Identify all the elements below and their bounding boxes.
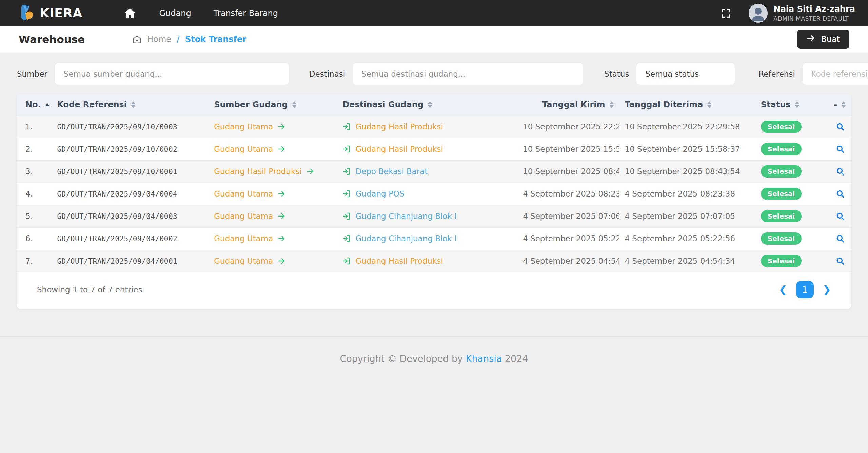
- sort-icon: [292, 101, 297, 108]
- reference-code: GD/OUT/TRAN/2025/09/04/0004: [57, 190, 177, 198]
- reference-code: GD/OUT/TRAN/2025/09/04/0001: [57, 257, 177, 265]
- pagination-page-1[interactable]: 1: [796, 281, 814, 298]
- filter-sumber-input[interactable]: [55, 63, 289, 85]
- status-badge: Selesai: [761, 165, 802, 178]
- row-number: 3.: [17, 160, 52, 183]
- fullscreen-icon[interactable]: [720, 7, 732, 19]
- receive-date: 4 September 2025 04:54:34: [619, 250, 755, 272]
- filter-destinasi-input[interactable]: [353, 63, 583, 85]
- source-warehouse-link[interactable]: Gudang Utama: [214, 189, 273, 198]
- copyright: Copyright © Developed by Khansia 2024: [0, 353, 868, 364]
- source-warehouse-link[interactable]: Gudang Hasil Produksi: [214, 167, 301, 176]
- table-row: 4. GD/OUT/TRAN/2025/09/04/0004 Gudang Ut…: [17, 183, 851, 205]
- destination-warehouse-link[interactable]: Gudang POS: [355, 189, 404, 198]
- source-warehouse-link[interactable]: Gudang Utama: [214, 145, 273, 153]
- transfer-arrow-icon: [278, 123, 286, 131]
- user-menu[interactable]: Naia Siti Az-zahra ADMIN MASTER DEFAULT: [749, 4, 855, 23]
- table-header-row: No. Kode Referensi Sumber Gudang Destina…: [17, 94, 851, 116]
- view-detail-button[interactable]: [834, 210, 846, 222]
- copyright-text: Copyright © Developed by: [340, 353, 466, 364]
- column-header-no[interactable]: No.: [17, 94, 52, 116]
- filter-destinasi-label: Destinasi: [309, 69, 345, 78]
- sort-icon: [131, 101, 136, 108]
- column-header-status[interactable]: Status: [755, 94, 821, 116]
- view-detail-button[interactable]: [834, 233, 846, 244]
- destination-warehouse-link[interactable]: Gudang Hasil Produksi: [355, 145, 443, 153]
- entries-info: Showing 1 to 7 of 7 entries: [37, 285, 142, 294]
- column-header-tanggal-diterima[interactable]: Tanggal Diterima: [619, 94, 755, 116]
- view-detail-button[interactable]: [834, 121, 846, 132]
- status-badge: Selesai: [761, 188, 802, 200]
- column-header-tanggal-kirim[interactable]: Tanggal Kirim: [517, 94, 619, 116]
- filter-referensi-label: Referensi: [758, 69, 795, 78]
- destination-warehouse-link[interactable]: Depo Bekasi Barat: [355, 167, 428, 176]
- status-badge: Selesai: [761, 232, 802, 245]
- destination-warehouse-link[interactable]: Gudang Hasil Produksi: [355, 122, 443, 131]
- column-header-actions[interactable]: -: [821, 94, 851, 116]
- row-number: 4.: [17, 183, 52, 205]
- breadcrumb-current: Stok Transfer: [185, 35, 246, 44]
- pagination-next-icon[interactable]: ❯: [823, 285, 831, 295]
- source-warehouse-link[interactable]: Gudang Utama: [214, 212, 273, 221]
- reference-code: GD/OUT/TRAN/2025/09/10/0003: [57, 123, 177, 131]
- filter-sumber-label: Sumber: [17, 69, 47, 78]
- table-row: 1. GD/OUT/TRAN/2025/09/10/0003 Gudang Ut…: [17, 116, 851, 138]
- destination-warehouse-link[interactable]: Gudang Cihanjuang Blok I: [355, 212, 456, 221]
- filter-status-label: Status: [604, 69, 629, 78]
- stock-transfer-table-card: No. Kode Referensi Sumber Gudang Destina…: [17, 94, 851, 309]
- filter-referensi-input[interactable]: [803, 63, 868, 85]
- breadcrumb: Home / Stok Transfer: [132, 34, 246, 44]
- view-detail-button[interactable]: [834, 143, 846, 155]
- sort-icon: [841, 101, 846, 108]
- status-badge: Selesai: [761, 255, 802, 267]
- source-warehouse-link[interactable]: Gudang Utama: [214, 256, 273, 265]
- main-nav: Gudang Transfer Barang: [123, 6, 278, 20]
- magnifier-icon: [836, 234, 845, 243]
- view-detail-button[interactable]: [834, 188, 846, 200]
- view-detail-button[interactable]: [834, 166, 846, 177]
- home-icon[interactable]: [123, 6, 137, 20]
- receive-date: 4 September 2025 08:23:38: [619, 183, 755, 205]
- view-detail-button[interactable]: [834, 255, 846, 267]
- status-badge: Selesai: [761, 121, 802, 133]
- column-header-destinasi-gudang[interactable]: Destinasi Gudang: [337, 94, 517, 116]
- incoming-arrow-icon: [342, 145, 351, 153]
- page-title: Warehouse: [19, 33, 85, 45]
- nav-item-transfer-barang[interactable]: Transfer Barang: [214, 8, 278, 18]
- source-warehouse-link[interactable]: Gudang Utama: [214, 122, 273, 131]
- row-number: 6.: [17, 227, 52, 250]
- transfer-arrow-icon: [278, 234, 286, 243]
- filter-status: Status: [604, 63, 758, 85]
- brand-name: KIERA: [40, 6, 82, 20]
- magnifier-icon: [836, 167, 845, 176]
- breadcrumb-separator: /: [177, 34, 180, 44]
- column-header-kode-referensi[interactable]: Kode Referensi: [52, 94, 209, 116]
- sort-icon: [609, 101, 614, 108]
- nav-item-gudang[interactable]: Gudang: [159, 8, 191, 18]
- nav-right: Naia Siti Az-zahra ADMIN MASTER DEFAULT: [720, 4, 855, 23]
- reference-code: GD/OUT/TRAN/2025/09/10/0002: [57, 145, 177, 153]
- source-warehouse-link[interactable]: Gudang Utama: [214, 234, 273, 243]
- table-row: 3. GD/OUT/TRAN/2025/09/10/0001 Gudang Ha…: [17, 160, 851, 183]
- magnifier-icon: [836, 256, 845, 265]
- incoming-arrow-icon: [342, 212, 351, 220]
- column-header-sumber-gudang[interactable]: Sumber Gudang: [209, 94, 337, 116]
- app-logo[interactable]: KIERA: [19, 4, 82, 23]
- table-row: 2. GD/OUT/TRAN/2025/09/10/0002 Gudang Ut…: [17, 138, 851, 160]
- developer-link[interactable]: Khansia: [466, 353, 502, 364]
- create-button[interactable]: Buat: [797, 30, 849, 49]
- destination-warehouse-link[interactable]: Gudang Hasil Produksi: [355, 256, 443, 265]
- status-badge: Selesai: [761, 143, 802, 155]
- destination-warehouse-link[interactable]: Gudang Cihanjuang Blok I: [355, 234, 456, 243]
- filter-status-select[interactable]: [636, 63, 735, 85]
- send-date: 10 September 2025 15:58:37: [517, 138, 619, 160]
- user-role: ADMIN MASTER DEFAULT: [774, 15, 855, 22]
- breadcrumb-home-icon[interactable]: [132, 35, 142, 44]
- breadcrumb-home-link[interactable]: Home: [147, 35, 171, 44]
- page-header-bar: Warehouse Home / Stok Transfer Buat: [0, 26, 868, 53]
- pagination-prev-icon[interactable]: ❮: [779, 285, 787, 295]
- receive-date: 4 September 2025 07:07:05: [619, 205, 755, 227]
- footer-divider: [0, 336, 868, 337]
- row-number: 7.: [17, 250, 52, 272]
- receive-date: 4 September 2025 05:22:56: [619, 227, 755, 250]
